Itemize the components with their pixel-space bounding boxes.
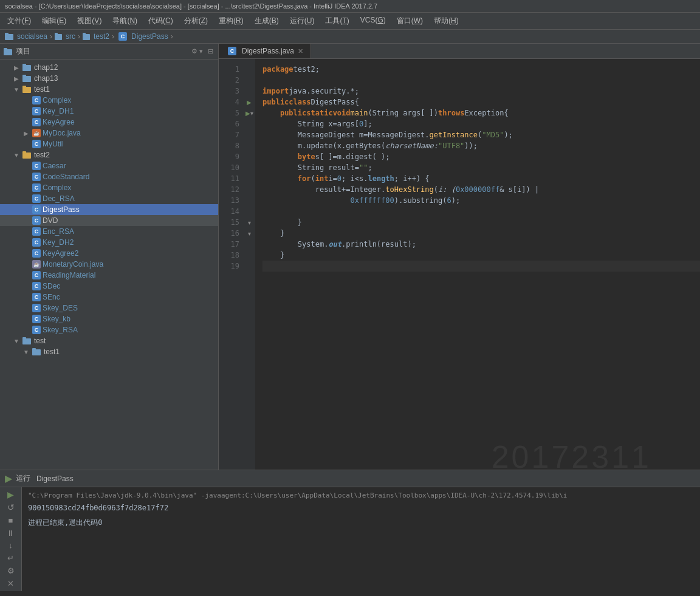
project-settings-btn[interactable]: ⚙ ▾ — [190, 46, 204, 57]
tree-item-codestandard[interactable]: C CodeStandard — [0, 171, 218, 182]
tree-item-skeydes[interactable]: C Skey_DES — [0, 303, 218, 313]
tree-item-keyagree[interactable]: C KeyAgree — [0, 117, 218, 128]
tree-item-test2[interactable]: ▼ test2 — [0, 149, 218, 160]
class-icon-dvd: C — [32, 216, 41, 225]
code-line-7: MessageDigest m=MessageDigest.getInstanc… — [262, 129, 700, 140]
run-scroll-btn[interactable]: ↓ — [4, 541, 18, 551]
label-keyagree2: KeyAgree2 — [43, 249, 78, 258]
menu-window[interactable]: 窗口(W) — [392, 14, 428, 28]
breadcrumb-src-icon — [55, 32, 63, 41]
menu-bar: 文件(F) 编辑(E) 视图(V) 导航(N) 代码(C) 分析(Z) 重构(R… — [0, 13, 700, 30]
tree-item-test[interactable]: ▼ test — [0, 335, 218, 346]
code-line-10: String result=""; — [262, 162, 700, 173]
label-mydoc: MyDoc.java — [43, 129, 81, 137]
tree-item-dvd[interactable]: C DVD — [0, 215, 218, 226]
menu-run[interactable]: 运行(U) — [285, 14, 320, 28]
project-tree: ▶ chap12 ▶ chap13 ▼ test1 — [0, 60, 218, 470]
gutter-area: ▶ ▶▾ ▾ ▾ — [243, 59, 255, 470]
tree-item-decrsa[interactable]: C Dec_RSA — [0, 193, 218, 204]
class-icon-skeykb: C — [32, 315, 41, 323]
folder-icon-chap12 — [22, 63, 32, 72]
menu-build[interactable]: 生成(B) — [250, 14, 284, 28]
class-icon-skeyrsa: C — [32, 326, 41, 334]
tree-item-keydh2[interactable]: C Key_DH2 — [0, 237, 218, 248]
content-area: 项目 ⚙ ▾ ⊟ ▶ chap12 ▶ chap13 — [0, 44, 700, 470]
tree-item-mydoc[interactable]: ▶ ☕ MyDoc.java — [0, 128, 218, 139]
run-arrow-5: ▶▾ — [243, 108, 255, 118]
class-icon-monetarycoin: ☕ — [32, 260, 41, 269]
menu-tools[interactable]: 工具(T) — [320, 14, 354, 28]
menu-file[interactable]: 文件(F) — [2, 14, 36, 28]
tree-item-digestpass[interactable]: C DigestPass — [0, 204, 218, 215]
breadcrumb-src[interactable]: src — [66, 32, 75, 41]
tab-close-btn[interactable]: ✕ — [298, 47, 303, 55]
tree-item-readingmaterial[interactable]: C ReadingMaterial — [0, 270, 218, 281]
tree-item-complex1[interactable]: C Complex — [0, 95, 218, 106]
tree-item-skeykb[interactable]: C Skey_kb — [0, 313, 218, 324]
breadcrumb-class-icon: C — [118, 32, 127, 41]
menu-vcs[interactable]: VCS(G) — [355, 14, 391, 28]
menu-analyze[interactable]: 分析(Z) — [179, 14, 213, 28]
title-bar: socialsea - [C:\Users\user\IdeaProjects\… — [0, 0, 700, 13]
breadcrumb-test2[interactable]: test2 — [94, 32, 109, 41]
menu-view[interactable]: 视图(V) — [72, 14, 106, 28]
tree-item-senc[interactable]: C SEnc — [0, 292, 218, 303]
run-stop-btn[interactable]: ■ — [4, 515, 18, 526]
menu-refactor[interactable]: 重构(R) — [214, 14, 249, 28]
label-encrsa: Enc_RSA — [43, 227, 74, 236]
run-settings-btn[interactable]: ⚙ — [4, 566, 18, 576]
tree-item-chap13[interactable]: ▶ chap13 — [0, 73, 218, 84]
svg-rect-9 — [22, 64, 26, 66]
tab-digestpass[interactable]: C DigestPass.java ✕ — [219, 44, 311, 58]
menu-code[interactable]: 代码(C) — [143, 14, 178, 28]
tree-item-myutil[interactable]: C MyUtil — [0, 139, 218, 149]
code-line-3: import java.security.*; — [262, 86, 700, 97]
run-play-btn[interactable]: ▶ — [4, 490, 18, 500]
label-dvd: DVD — [43, 216, 58, 225]
exit-output: 进程已结束,退出代码0 — [28, 518, 694, 527]
class-icon-sdec: C — [32, 282, 41, 290]
menu-edit[interactable]: 编辑(E) — [37, 14, 71, 28]
run-pause-btn[interactable]: ⏸ — [4, 528, 18, 538]
run-label: 运行 — [16, 473, 30, 484]
breadcrumb-socialsea[interactable]: socialsea — [17, 32, 47, 41]
menu-navigate[interactable]: 导航(N) — [108, 14, 142, 28]
run-rerun-btn[interactable]: ↺ — [4, 502, 18, 513]
tree-item-monetarycoin[interactable]: ☕ MonetaryCoin.java — [0, 259, 218, 270]
tree-item-caesar[interactable]: C Caesar — [0, 160, 218, 171]
tree-item-keyagree2[interactable]: C KeyAgree2 — [0, 248, 218, 259]
watermark: 20172311 — [492, 451, 651, 462]
tab-bar: C DigestPass.java ✕ — [219, 44, 700, 59]
tree-item-complex2[interactable]: C Complex — [0, 182, 218, 193]
tree-item-key-dh1[interactable]: C Key_DH1 — [0, 106, 218, 117]
code-editor[interactable]: package test2; import java.security.*; p… — [255, 59, 700, 470]
project-panel: 项目 ⚙ ▾ ⊟ ▶ chap12 ▶ chap13 — [0, 44, 219, 470]
tree-item-test1b[interactable]: ▼ test1 — [0, 346, 218, 357]
project-panel-title: 项目 — [16, 46, 188, 57]
menu-help[interactable]: 帮助(H) — [429, 14, 464, 28]
folder-icon-chap13 — [22, 74, 32, 83]
label-test1b: test1 — [44, 348, 60, 356]
tree-item-test1[interactable]: ▼ test1 — [0, 84, 218, 95]
run-close-btn[interactable]: ✕ — [4, 578, 18, 589]
breadcrumb: socialsea › src › test2 › C DigestPass › — [0, 30, 700, 44]
tree-item-sdec[interactable]: C SDec — [0, 281, 218, 292]
tree-item-chap12[interactable]: ▶ chap12 — [0, 62, 218, 73]
svg-rect-1 — [5, 33, 9, 35]
run-icon: ▶ — [5, 473, 12, 484]
tree-item-encrsa[interactable]: C Enc_RSA — [0, 226, 218, 237]
label-complex1: Complex — [43, 96, 71, 104]
tree-item-skeyrsa[interactable]: C Skey_RSA — [0, 324, 218, 335]
run-arrow-4: ▶ — [243, 97, 255, 108]
label-chap13: chap13 — [34, 74, 58, 83]
code-line-4: public class DigestPass{ — [262, 97, 700, 108]
spacer — [22, 96, 30, 104]
label-keydh2: Key_DH2 — [43, 238, 74, 247]
svg-rect-11 — [22, 75, 26, 77]
label-monetarycoin: MonetaryCoin.java — [43, 260, 103, 269]
class-icon-complex1: C — [32, 96, 41, 104]
breadcrumb-digestpass[interactable]: DigestPass — [131, 32, 168, 41]
title-text: socialsea - [C:\Users\user\IdeaProjects\… — [5, 2, 377, 10]
run-wrap-btn[interactable]: ↵ — [4, 553, 18, 563]
project-collapse-btn[interactable]: ⊟ — [207, 46, 214, 57]
